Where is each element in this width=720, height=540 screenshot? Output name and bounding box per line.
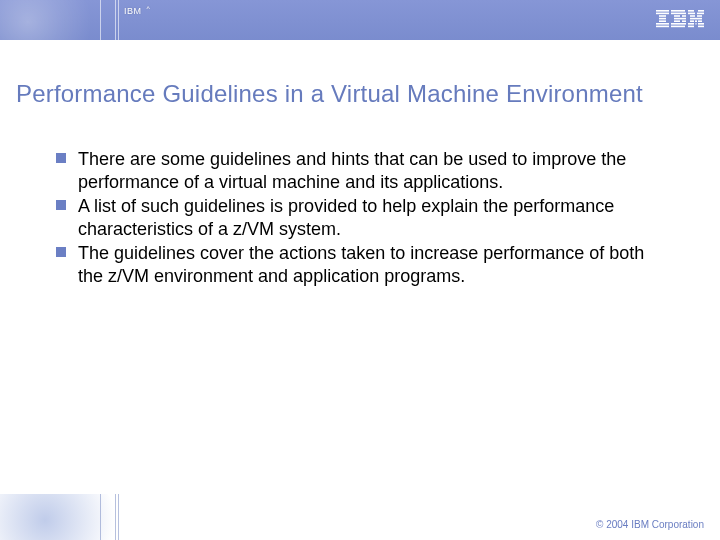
svg-rect-24 bbox=[695, 20, 697, 22]
svg-rect-21 bbox=[697, 15, 702, 17]
svg-rect-4 bbox=[659, 20, 666, 22]
svg-rect-27 bbox=[696, 23, 697, 25]
bullet-item: A list of such guidelines is provided to… bbox=[56, 195, 664, 240]
svg-rect-26 bbox=[688, 23, 694, 25]
svg-rect-7 bbox=[671, 10, 685, 12]
svg-rect-11 bbox=[674, 18, 686, 20]
copyright-text: © 2004 IBM Corporation bbox=[596, 519, 704, 530]
svg-rect-18 bbox=[688, 13, 695, 15]
svg-rect-1 bbox=[656, 13, 669, 15]
footer-decoration bbox=[0, 494, 220, 540]
bullet-text: A list of such guidelines is provided to… bbox=[78, 196, 614, 239]
svg-rect-16 bbox=[688, 10, 694, 12]
svg-rect-2 bbox=[659, 15, 666, 17]
svg-rect-0 bbox=[656, 10, 669, 12]
bullet-marker-icon bbox=[56, 153, 66, 163]
svg-rect-6 bbox=[656, 26, 669, 28]
svg-rect-9 bbox=[674, 15, 680, 17]
slide-title: Performance Guidelines in a Virtual Mach… bbox=[16, 80, 704, 108]
slide: IBM ^ bbox=[0, 0, 720, 540]
svg-rect-22 bbox=[690, 18, 702, 20]
header-divider bbox=[118, 0, 119, 40]
svg-rect-14 bbox=[671, 23, 686, 25]
header-bar: IBM ^ bbox=[0, 0, 720, 40]
bullet-item: There are some guidelines and hints that… bbox=[56, 148, 664, 193]
svg-rect-17 bbox=[698, 10, 704, 12]
bullet-text: There are some guidelines and hints that… bbox=[78, 149, 626, 192]
header-badge-suffix: ^ bbox=[147, 5, 151, 12]
svg-rect-19 bbox=[697, 13, 704, 15]
svg-rect-29 bbox=[688, 26, 694, 28]
slide-body: There are some guidelines and hints that… bbox=[56, 148, 664, 289]
header-divider bbox=[115, 0, 116, 40]
svg-rect-25 bbox=[698, 20, 702, 22]
header-divider bbox=[100, 0, 101, 40]
svg-rect-15 bbox=[671, 26, 685, 28]
svg-rect-13 bbox=[682, 20, 686, 22]
footer-divider bbox=[118, 494, 119, 540]
svg-rect-23 bbox=[690, 20, 694, 22]
svg-rect-12 bbox=[674, 20, 680, 22]
svg-rect-20 bbox=[690, 15, 695, 17]
svg-rect-28 bbox=[698, 23, 704, 25]
svg-rect-8 bbox=[671, 13, 686, 15]
footer-divider bbox=[115, 494, 116, 540]
bullet-text: The guidelines cover the actions taken t… bbox=[78, 243, 644, 286]
bullet-marker-icon bbox=[56, 247, 66, 257]
footer-divider bbox=[100, 494, 101, 540]
svg-rect-10 bbox=[682, 15, 686, 17]
svg-rect-3 bbox=[659, 18, 666, 20]
header-badge: IBM ^ bbox=[124, 6, 148, 16]
footer-bar: © 2004 IBM Corporation bbox=[0, 494, 720, 540]
bullet-item: The guidelines cover the actions taken t… bbox=[56, 242, 664, 287]
bullet-marker-icon bbox=[56, 200, 66, 210]
header-badge-prefix: IBM bbox=[124, 6, 142, 16]
svg-rect-30 bbox=[698, 26, 704, 28]
ibm-logo-icon bbox=[656, 10, 704, 32]
svg-rect-5 bbox=[656, 23, 669, 25]
